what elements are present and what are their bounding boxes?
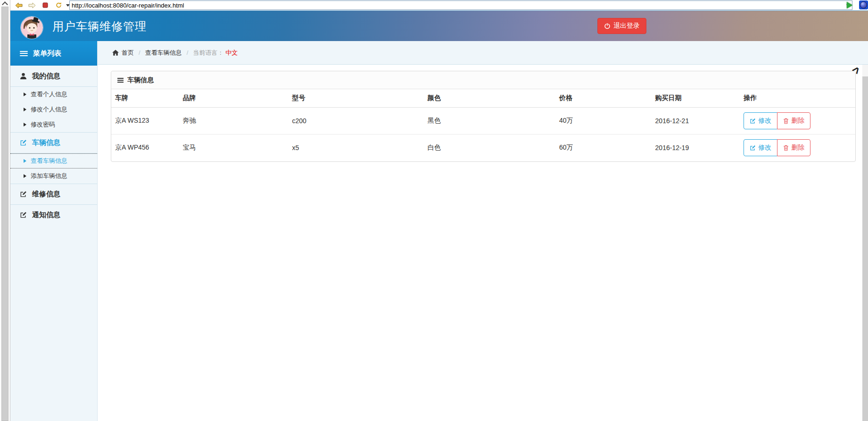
stop-button[interactable] xyxy=(41,1,50,9)
sidebar-section-repair-info[interactable]: 维修信息 xyxy=(10,184,97,204)
delete-button[interactable]: 删除 xyxy=(777,139,810,156)
caret-right-icon xyxy=(24,108,26,111)
col-plate: 车牌 xyxy=(111,89,179,108)
back-button[interactable] xyxy=(14,1,24,9)
language-label: 当前语言： xyxy=(193,49,223,57)
breadcrumb-home[interactable]: 首页 xyxy=(112,49,134,57)
scrollbar-thumb[interactable] xyxy=(862,76,868,421)
sidebar-subsection: 查看个人信息 修改个人信息 修改密码 xyxy=(10,86,97,132)
cell-plate: 京A WS123 xyxy=(111,108,179,135)
sidebar-header-label: 菜单列表 xyxy=(33,49,61,58)
edit-button[interactable]: 修改 xyxy=(744,112,777,129)
vehicle-info-panel: 车辆信息 车牌 品牌 型号 颜色 价格 购买日期 操作 xyxy=(111,71,856,162)
main-content: 车辆信息 车牌 品牌 型号 颜色 价格 购买日期 操作 xyxy=(98,65,862,421)
panel-heading: 车辆信息 xyxy=(111,71,855,89)
address-bar xyxy=(69,0,852,10)
scroll-up-icon[interactable] xyxy=(3,1,7,5)
vehicle-table: 车牌 品牌 型号 颜色 价格 购买日期 操作 京A WS123 奔驰 c200 xyxy=(111,89,855,161)
edit-button[interactable]: 修改 xyxy=(744,139,777,156)
scrollbar-thumb[interactable] xyxy=(1,7,8,421)
breadcrumb-separator: / xyxy=(139,49,141,56)
refresh-button[interactable] xyxy=(54,1,63,9)
table-row: 京A WS123 奔驰 c200 黑色 40万 2016-12-21 修改 xyxy=(111,108,855,135)
edit-square-icon xyxy=(20,139,27,146)
col-price: 价格 xyxy=(555,89,652,108)
subitem-label: 修改个人信息 xyxy=(31,105,67,114)
outer-vertical-scrollbar[interactable] xyxy=(0,0,10,421)
table-header-row: 车牌 品牌 型号 颜色 价格 购买日期 操作 xyxy=(111,89,855,108)
sidebar-item-edit-personal-info[interactable]: 修改个人信息 xyxy=(10,102,97,117)
breadcrumb-separator: / xyxy=(187,49,189,56)
edit-label: 修改 xyxy=(758,117,771,125)
section-label: 车辆信息 xyxy=(32,138,60,147)
cell-date: 2016-12-21 xyxy=(652,108,740,135)
refresh-icon xyxy=(55,2,62,8)
caret-right-icon xyxy=(24,123,26,126)
url-input[interactable] xyxy=(70,1,844,9)
delete-label: 删除 xyxy=(791,143,804,152)
sidebar-section-my-info[interactable]: 我的信息 xyxy=(10,66,97,86)
col-brand: 品牌 xyxy=(179,89,289,108)
home-icon xyxy=(112,50,119,56)
forward-button[interactable] xyxy=(27,1,37,9)
back-arrow-icon xyxy=(15,2,23,8)
cell-brand: 奔驰 xyxy=(179,108,289,135)
go-icon xyxy=(847,2,852,8)
user-icon xyxy=(20,73,27,80)
action-button-group: 修改 删除 xyxy=(744,112,810,129)
sidebar-item-add-vehicle-info[interactable]: 添加车辆信息 xyxy=(10,168,97,184)
caret-right-icon xyxy=(24,93,26,96)
sidebar: 菜单列表 我的信息 查看个人信息 修改个人信息 修改密码 车辆信息 xyxy=(10,41,98,421)
table-row: 京A WP456 宝马 x5 白色 60万 2016-12-19 修改 xyxy=(111,135,855,161)
sidebar-header: 菜单列表 xyxy=(10,41,97,66)
subitem-label: 修改密码 xyxy=(31,120,55,129)
sidebar-item-change-password[interactable]: 修改密码 xyxy=(10,117,97,132)
action-button-group: 修改 删除 xyxy=(744,139,810,156)
cell-date: 2016-12-19 xyxy=(652,135,740,161)
cell-color: 白色 xyxy=(424,135,555,161)
cell-model: c200 xyxy=(289,108,424,135)
delete-button[interactable]: 删除 xyxy=(777,112,810,129)
delete-label: 删除 xyxy=(791,117,804,125)
cell-price: 40万 xyxy=(555,108,652,135)
breadcrumb: 首页 / 查看车辆信息 / 当前语言： 中文 xyxy=(98,41,868,65)
sidebar-section-notice-info[interactable]: 通知信息 xyxy=(10,204,97,225)
page-vertical-scrollbar[interactable] xyxy=(862,65,868,421)
cell-color: 黑色 xyxy=(424,108,555,135)
logout-button[interactable]: 退出登录 xyxy=(597,18,646,34)
sidebar-subsection: 查看车辆信息 添加车辆信息 xyxy=(10,153,97,184)
edit-square-icon xyxy=(20,191,27,198)
forward-arrow-icon xyxy=(28,2,36,8)
section-label: 我的信息 xyxy=(32,72,60,81)
caret-right-icon xyxy=(24,174,26,178)
stop-icon xyxy=(42,2,48,8)
col-date: 购买日期 xyxy=(652,89,740,108)
cell-price: 60万 xyxy=(555,135,652,161)
cell-actions: 修改 删除 xyxy=(740,108,855,135)
go-button[interactable] xyxy=(845,1,854,9)
cell-brand: 宝马 xyxy=(179,135,289,161)
browser-toolbar xyxy=(10,0,868,10)
col-actions: 操作 xyxy=(740,89,855,108)
edit-square-icon xyxy=(20,211,27,219)
panel-title: 车辆信息 xyxy=(127,76,154,84)
col-color: 颜色 xyxy=(424,89,555,108)
logout-label: 退出登录 xyxy=(613,22,640,30)
trash-icon xyxy=(783,145,789,151)
edit-square-icon xyxy=(750,118,756,124)
subitem-label: 查看个人信息 xyxy=(31,90,67,99)
sidebar-section-vehicle-info[interactable]: 车辆信息 xyxy=(10,132,97,153)
screen: 用户车辆维修管理 退出登录 菜单列表 我的信息 查看个人信息 修改个人信息 xyxy=(0,0,868,421)
caret-right-icon xyxy=(24,159,26,163)
cell-actions: 修改 删除 xyxy=(740,135,855,161)
power-icon xyxy=(604,23,611,29)
trash-icon xyxy=(783,118,789,124)
browser-globe-icon xyxy=(859,0,868,9)
breadcrumb-current: 查看车辆信息 xyxy=(145,49,182,57)
subitem-label: 添加车辆信息 xyxy=(31,172,67,180)
col-model: 型号 xyxy=(289,89,424,108)
language-value[interactable]: 中文 xyxy=(225,49,238,57)
sidebar-item-view-personal-info[interactable]: 查看个人信息 xyxy=(10,87,97,102)
sidebar-item-view-vehicle-info[interactable]: 查看车辆信息 xyxy=(10,153,97,168)
edit-square-icon xyxy=(750,145,756,151)
